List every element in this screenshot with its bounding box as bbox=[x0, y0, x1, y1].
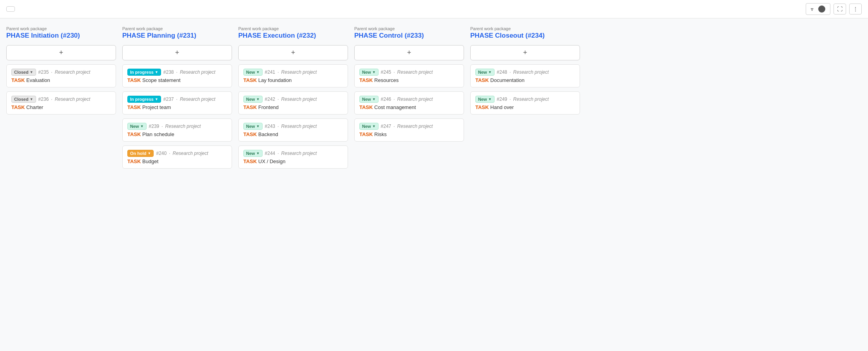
task-card: New ▼#242·Research projectTASK Frontend bbox=[238, 91, 348, 115]
card-separator: · bbox=[393, 96, 395, 102]
chevron-down-icon: ▼ bbox=[148, 151, 151, 155]
card-id: #242 bbox=[265, 96, 275, 102]
card-project: Research project bbox=[55, 69, 91, 75]
card-project: Research project bbox=[397, 69, 433, 75]
card-top: New ▼#245·Research project bbox=[359, 69, 459, 76]
more-button[interactable]: ⋮ bbox=[849, 4, 862, 15]
card-separator: · bbox=[161, 124, 163, 129]
card-id: #236 bbox=[38, 96, 49, 102]
task-label: TASK bbox=[359, 104, 374, 110]
chevron-down-icon: ▼ bbox=[140, 124, 144, 128]
chevron-down-icon: ▼ bbox=[256, 97, 260, 101]
card-id: #246 bbox=[381, 96, 391, 102]
card-project: Research project bbox=[513, 69, 549, 75]
card-task: TASK UX / Design bbox=[243, 158, 343, 164]
card-project: Research project bbox=[281, 151, 317, 156]
task-label: TASK bbox=[359, 131, 374, 137]
card-id: #240 bbox=[156, 151, 167, 156]
task-name: Resources bbox=[374, 77, 399, 83]
status-badge[interactable]: In progress ▼ bbox=[127, 69, 161, 76]
back-button[interactable] bbox=[6, 6, 15, 12]
status-badge[interactable]: New ▼ bbox=[359, 69, 379, 76]
add-card-button-execution[interactable]: + bbox=[238, 45, 348, 60]
card-task: TASK Evaluation bbox=[11, 77, 111, 83]
task-name: Backend bbox=[258, 131, 278, 137]
card-separator: · bbox=[51, 69, 52, 75]
chevron-down-icon: ▼ bbox=[488, 97, 492, 101]
task-name: UX / Design bbox=[258, 158, 285, 164]
card-project: Research project bbox=[513, 96, 549, 102]
column-execution: Parent work packagePHASE Execution (#232… bbox=[238, 26, 348, 169]
status-badge[interactable]: New ▼ bbox=[243, 150, 263, 157]
card-id: #249 bbox=[497, 96, 507, 102]
chevron-down-icon: ▼ bbox=[372, 70, 376, 74]
card-separator: · bbox=[176, 96, 178, 102]
task-name: Project team bbox=[142, 104, 171, 110]
status-badge[interactable]: New ▼ bbox=[359, 123, 379, 130]
task-name: Cost management bbox=[374, 104, 416, 110]
add-card-button-planning[interactable]: + bbox=[122, 45, 232, 60]
card-task: TASK Documentation bbox=[475, 77, 575, 83]
column-title-closeout: PHASE Closeout (#234) bbox=[470, 32, 580, 40]
task-card: Closed ▼#236·Research projectTASK Charte… bbox=[6, 91, 116, 115]
task-label: TASK bbox=[127, 158, 142, 164]
status-badge[interactable]: New ▼ bbox=[359, 96, 379, 103]
card-separator: · bbox=[393, 69, 395, 75]
card-task: TASK Plan schedule bbox=[127, 131, 227, 137]
column-header-planning: Parent work packagePHASE Planning (#231) bbox=[122, 26, 232, 41]
card-separator: · bbox=[509, 69, 511, 75]
task-name: Budget bbox=[142, 158, 158, 164]
add-card-button-initiation[interactable]: + bbox=[6, 45, 116, 60]
task-label: TASK bbox=[127, 77, 142, 83]
card-top: New ▼#249·Research project bbox=[475, 96, 575, 103]
card-project: Research project bbox=[397, 124, 433, 129]
status-badge[interactable]: New ▼ bbox=[475, 96, 495, 103]
card-task: TASK Budget bbox=[127, 158, 227, 164]
task-card: In progress ▼#238·Research projectTASK S… bbox=[122, 64, 232, 87]
chevron-down-icon: ▼ bbox=[372, 97, 376, 101]
card-project: Research project bbox=[281, 69, 317, 75]
add-card-button-control[interactable]: + bbox=[354, 45, 464, 60]
card-id: #235 bbox=[38, 69, 49, 75]
task-name: Plan schedule bbox=[142, 131, 174, 137]
status-badge[interactable]: In progress ▼ bbox=[127, 96, 161, 103]
card-project: Research project bbox=[180, 69, 216, 75]
column-header-control: Parent work packagePHASE Control (#233) bbox=[354, 26, 464, 41]
add-card-button-closeout[interactable]: + bbox=[470, 45, 580, 60]
task-card: New ▼#247·Research projectTASK Risks bbox=[354, 118, 464, 142]
task-label: TASK bbox=[243, 131, 258, 137]
filter-button[interactable]: ▿ bbox=[806, 3, 830, 15]
task-card: New ▼#243·Research projectTASK Backend bbox=[238, 118, 348, 142]
chevron-down-icon: ▼ bbox=[256, 70, 260, 74]
parent-label: Parent work package bbox=[354, 26, 464, 31]
chevron-down-icon: ▼ bbox=[488, 70, 492, 74]
task-name: Charter bbox=[26, 104, 43, 110]
status-badge[interactable]: New ▼ bbox=[243, 69, 263, 76]
card-top: On hold ▼#240·Research project bbox=[127, 150, 227, 157]
task-card: Closed ▼#235·Research projectTASK Evalua… bbox=[6, 64, 116, 87]
task-card: New ▼#244·Research projectTASK UX / Desi… bbox=[238, 145, 348, 169]
task-card: New ▼#246·Research projectTASK Cost mana… bbox=[354, 91, 464, 115]
task-label: TASK bbox=[243, 104, 258, 110]
task-name: Documentation bbox=[490, 77, 524, 83]
card-project: Research project bbox=[180, 96, 216, 102]
status-badge[interactable]: New ▼ bbox=[243, 123, 263, 130]
card-top: New ▼#243·Research project bbox=[243, 123, 343, 130]
card-top: New ▼#244·Research project bbox=[243, 150, 343, 157]
card-task: TASK Frontend bbox=[243, 104, 343, 110]
expand-button[interactable]: ⛶ bbox=[834, 4, 846, 15]
status-badge[interactable]: New ▼ bbox=[127, 123, 147, 130]
status-badge[interactable]: Closed ▼ bbox=[11, 69, 36, 76]
task-name: Risks bbox=[374, 131, 387, 137]
chevron-down-icon: ▼ bbox=[30, 97, 33, 101]
card-separator: · bbox=[277, 96, 279, 102]
status-badge[interactable]: On hold ▼ bbox=[127, 150, 154, 157]
card-id: #248 bbox=[497, 69, 507, 75]
task-label: TASK bbox=[127, 104, 142, 110]
status-badge[interactable]: Closed ▼ bbox=[11, 96, 36, 103]
card-task: TASK Scope statement bbox=[127, 77, 227, 83]
card-task: TASK Charter bbox=[11, 104, 111, 110]
status-badge[interactable]: New ▼ bbox=[243, 96, 263, 103]
chevron-down-icon: ▼ bbox=[372, 124, 376, 128]
status-badge[interactable]: New ▼ bbox=[475, 69, 495, 76]
